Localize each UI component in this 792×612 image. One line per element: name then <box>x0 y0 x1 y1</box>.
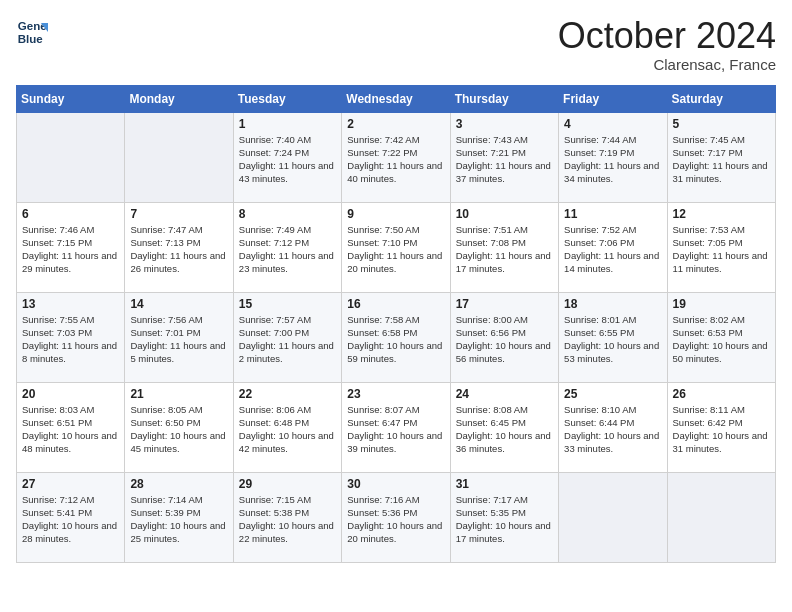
day-info: Sunrise: 8:10 AMSunset: 6:44 PMDaylight:… <box>564 403 661 456</box>
location: Clarensac, France <box>558 56 776 73</box>
day-info: Sunrise: 7:53 AMSunset: 7:05 PMDaylight:… <box>673 223 770 276</box>
day-number: 11 <box>564 207 661 221</box>
day-info: Sunrise: 7:49 AMSunset: 7:12 PMDaylight:… <box>239 223 336 276</box>
day-number: 22 <box>239 387 336 401</box>
day-cell: 18 Sunrise: 8:01 AMSunset: 6:55 PMDaylig… <box>559 292 667 382</box>
column-header-wednesday: Wednesday <box>342 85 450 112</box>
day-info: Sunrise: 7:57 AMSunset: 7:00 PMDaylight:… <box>239 313 336 366</box>
day-info: Sunrise: 7:15 AMSunset: 5:38 PMDaylight:… <box>239 493 336 546</box>
calendar-table: SundayMondayTuesdayWednesdayThursdayFrid… <box>16 85 776 563</box>
week-row-1: 1 Sunrise: 7:40 AMSunset: 7:24 PMDayligh… <box>17 112 776 202</box>
day-number: 29 <box>239 477 336 491</box>
day-info: Sunrise: 7:50 AMSunset: 7:10 PMDaylight:… <box>347 223 444 276</box>
day-cell: 22 Sunrise: 8:06 AMSunset: 6:48 PMDaylig… <box>233 382 341 472</box>
day-number: 21 <box>130 387 227 401</box>
day-cell: 28 Sunrise: 7:14 AMSunset: 5:39 PMDaylig… <box>125 472 233 562</box>
day-cell <box>559 472 667 562</box>
day-number: 27 <box>22 477 119 491</box>
day-cell: 1 Sunrise: 7:40 AMSunset: 7:24 PMDayligh… <box>233 112 341 202</box>
day-cell: 8 Sunrise: 7:49 AMSunset: 7:12 PMDayligh… <box>233 202 341 292</box>
day-number: 14 <box>130 297 227 311</box>
day-cell: 13 Sunrise: 7:55 AMSunset: 7:03 PMDaylig… <box>17 292 125 382</box>
day-number: 19 <box>673 297 770 311</box>
day-number: 20 <box>22 387 119 401</box>
day-cell: 31 Sunrise: 7:17 AMSunset: 5:35 PMDaylig… <box>450 472 558 562</box>
day-info: Sunrise: 7:40 AMSunset: 7:24 PMDaylight:… <box>239 133 336 186</box>
month-title: October 2024 <box>558 16 776 56</box>
day-cell: 5 Sunrise: 7:45 AMSunset: 7:17 PMDayligh… <box>667 112 775 202</box>
day-cell: 29 Sunrise: 7:15 AMSunset: 5:38 PMDaylig… <box>233 472 341 562</box>
day-cell: 25 Sunrise: 8:10 AMSunset: 6:44 PMDaylig… <box>559 382 667 472</box>
day-info: Sunrise: 7:58 AMSunset: 6:58 PMDaylight:… <box>347 313 444 366</box>
day-number: 26 <box>673 387 770 401</box>
week-row-5: 27 Sunrise: 7:12 AMSunset: 5:41 PMDaylig… <box>17 472 776 562</box>
day-info: Sunrise: 8:01 AMSunset: 6:55 PMDaylight:… <box>564 313 661 366</box>
day-info: Sunrise: 7:52 AMSunset: 7:06 PMDaylight:… <box>564 223 661 276</box>
day-number: 1 <box>239 117 336 131</box>
title-block: October 2024 Clarensac, France <box>558 16 776 73</box>
day-cell: 30 Sunrise: 7:16 AMSunset: 5:36 PMDaylig… <box>342 472 450 562</box>
day-info: Sunrise: 7:16 AMSunset: 5:36 PMDaylight:… <box>347 493 444 546</box>
day-cell: 23 Sunrise: 8:07 AMSunset: 6:47 PMDaylig… <box>342 382 450 472</box>
day-number: 31 <box>456 477 553 491</box>
week-row-4: 20 Sunrise: 8:03 AMSunset: 6:51 PMDaylig… <box>17 382 776 472</box>
day-cell: 14 Sunrise: 7:56 AMSunset: 7:01 PMDaylig… <box>125 292 233 382</box>
day-cell: 12 Sunrise: 7:53 AMSunset: 7:05 PMDaylig… <box>667 202 775 292</box>
day-info: Sunrise: 7:47 AMSunset: 7:13 PMDaylight:… <box>130 223 227 276</box>
day-cell: 20 Sunrise: 8:03 AMSunset: 6:51 PMDaylig… <box>17 382 125 472</box>
logo-icon: General Blue <box>16 16 48 48</box>
day-number: 6 <box>22 207 119 221</box>
day-number: 24 <box>456 387 553 401</box>
day-info: Sunrise: 8:07 AMSunset: 6:47 PMDaylight:… <box>347 403 444 456</box>
day-number: 23 <box>347 387 444 401</box>
day-cell: 21 Sunrise: 8:05 AMSunset: 6:50 PMDaylig… <box>125 382 233 472</box>
day-info: Sunrise: 7:45 AMSunset: 7:17 PMDaylight:… <box>673 133 770 186</box>
day-cell: 6 Sunrise: 7:46 AMSunset: 7:15 PMDayligh… <box>17 202 125 292</box>
day-info: Sunrise: 8:05 AMSunset: 6:50 PMDaylight:… <box>130 403 227 456</box>
day-number: 7 <box>130 207 227 221</box>
day-number: 12 <box>673 207 770 221</box>
day-number: 9 <box>347 207 444 221</box>
day-number: 4 <box>564 117 661 131</box>
day-cell: 10 Sunrise: 7:51 AMSunset: 7:08 PMDaylig… <box>450 202 558 292</box>
day-cell: 15 Sunrise: 7:57 AMSunset: 7:00 PMDaylig… <box>233 292 341 382</box>
day-number: 8 <box>239 207 336 221</box>
day-info: Sunrise: 7:43 AMSunset: 7:21 PMDaylight:… <box>456 133 553 186</box>
day-info: Sunrise: 7:14 AMSunset: 5:39 PMDaylight:… <box>130 493 227 546</box>
svg-text:Blue: Blue <box>18 33 44 45</box>
day-cell: 7 Sunrise: 7:47 AMSunset: 7:13 PMDayligh… <box>125 202 233 292</box>
day-info: Sunrise: 8:06 AMSunset: 6:48 PMDaylight:… <box>239 403 336 456</box>
day-cell: 2 Sunrise: 7:42 AMSunset: 7:22 PMDayligh… <box>342 112 450 202</box>
day-number: 30 <box>347 477 444 491</box>
day-cell: 4 Sunrise: 7:44 AMSunset: 7:19 PMDayligh… <box>559 112 667 202</box>
day-number: 13 <box>22 297 119 311</box>
day-cell <box>17 112 125 202</box>
day-info: Sunrise: 7:51 AMSunset: 7:08 PMDaylight:… <box>456 223 553 276</box>
day-info: Sunrise: 7:42 AMSunset: 7:22 PMDaylight:… <box>347 133 444 186</box>
day-cell: 26 Sunrise: 8:11 AMSunset: 6:42 PMDaylig… <box>667 382 775 472</box>
day-number: 5 <box>673 117 770 131</box>
day-number: 2 <box>347 117 444 131</box>
column-header-sunday: Sunday <box>17 85 125 112</box>
week-row-3: 13 Sunrise: 7:55 AMSunset: 7:03 PMDaylig… <box>17 292 776 382</box>
day-cell: 11 Sunrise: 7:52 AMSunset: 7:06 PMDaylig… <box>559 202 667 292</box>
day-info: Sunrise: 7:55 AMSunset: 7:03 PMDaylight:… <box>22 313 119 366</box>
day-cell: 19 Sunrise: 8:02 AMSunset: 6:53 PMDaylig… <box>667 292 775 382</box>
column-header-thursday: Thursday <box>450 85 558 112</box>
day-cell: 16 Sunrise: 7:58 AMSunset: 6:58 PMDaylig… <box>342 292 450 382</box>
day-info: Sunrise: 7:12 AMSunset: 5:41 PMDaylight:… <box>22 493 119 546</box>
day-cell <box>125 112 233 202</box>
day-info: Sunrise: 7:17 AMSunset: 5:35 PMDaylight:… <box>456 493 553 546</box>
day-info: Sunrise: 8:08 AMSunset: 6:45 PMDaylight:… <box>456 403 553 456</box>
day-cell: 24 Sunrise: 8:08 AMSunset: 6:45 PMDaylig… <box>450 382 558 472</box>
day-info: Sunrise: 8:03 AMSunset: 6:51 PMDaylight:… <box>22 403 119 456</box>
day-cell <box>667 472 775 562</box>
day-cell: 9 Sunrise: 7:50 AMSunset: 7:10 PMDayligh… <box>342 202 450 292</box>
day-number: 28 <box>130 477 227 491</box>
day-cell: 17 Sunrise: 8:00 AMSunset: 6:56 PMDaylig… <box>450 292 558 382</box>
column-header-monday: Monday <box>125 85 233 112</box>
day-number: 16 <box>347 297 444 311</box>
day-number: 25 <box>564 387 661 401</box>
column-header-friday: Friday <box>559 85 667 112</box>
day-number: 3 <box>456 117 553 131</box>
